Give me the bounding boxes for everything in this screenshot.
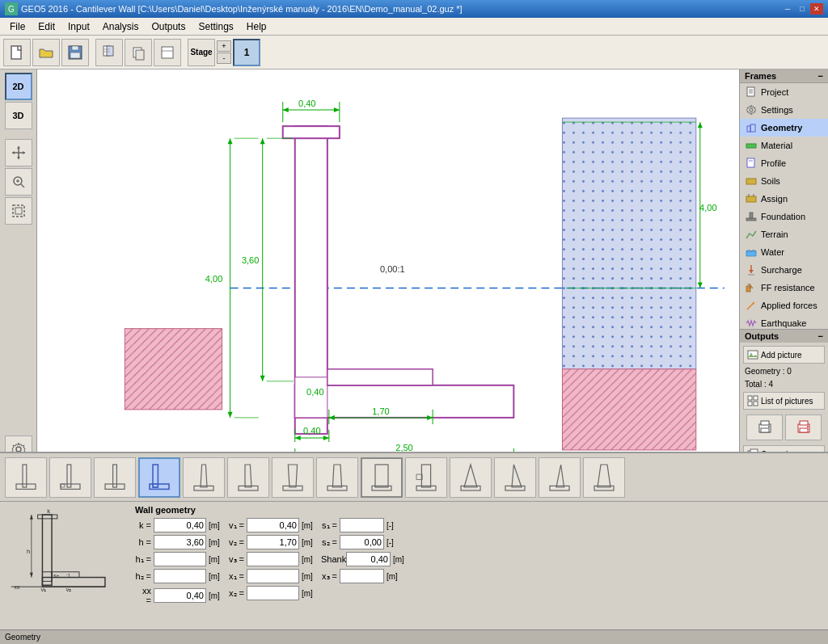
- restore-button[interactable]: □: [796, 3, 809, 15]
- add-picture-button[interactable]: Add picture: [743, 346, 825, 364]
- frame-profile[interactable]: Profile: [740, 154, 828, 172]
- edit-button[interactable]: [95, 39, 123, 66]
- svg-rect-123: [748, 396, 752, 400]
- shape-tab-1[interactable]: [5, 457, 47, 498]
- frame-surcharge[interactable]: Surcharge: [740, 261, 828, 279]
- canvas-area[interactable]: 0,40 3,60 4,00 4,00: [37, 69, 739, 466]
- shape-tab-8[interactable]: [316, 457, 358, 498]
- x1-input[interactable]: [247, 569, 299, 583]
- menu-analysis[interactable]: Analysis: [96, 19, 146, 34]
- svg-text:0,40: 0,40: [303, 426, 320, 436]
- svg-text:0,40: 0,40: [298, 99, 315, 108]
- svg-rect-148: [194, 486, 213, 490]
- list-of-pictures-button[interactable]: List of pictures: [743, 392, 825, 410]
- svg-rect-126: [754, 402, 758, 406]
- save-button[interactable]: [61, 39, 89, 66]
- pan-button[interactable]: [5, 139, 32, 166]
- svg-rect-146: [153, 484, 158, 487]
- shape-tab-11[interactable]: [450, 457, 492, 498]
- app-icon: G: [5, 2, 18, 15]
- zoom-button[interactable]: [5, 168, 32, 196]
- menu-outputs[interactable]: Outputs: [145, 19, 192, 34]
- shape-tab-14[interactable]: [583, 457, 625, 498]
- frame-soils[interactable]: Soils: [740, 172, 828, 190]
- h2-input[interactable]: [154, 569, 206, 583]
- copy-button[interactable]: [125, 39, 152, 66]
- geometry-icon: [745, 121, 758, 134]
- v1-input[interactable]: [247, 518, 299, 532]
- xx-input[interactable]: [154, 588, 206, 603]
- x3-input[interactable]: [340, 569, 384, 583]
- v3-input[interactable]: [247, 552, 299, 566]
- menu-edit[interactable]: Edit: [32, 19, 61, 34]
- s1-input[interactable]: [340, 518, 384, 532]
- menu-file[interactable]: File: [3, 19, 32, 34]
- shape-tab-4[interactable]: [138, 457, 180, 498]
- k-input[interactable]: [154, 518, 206, 532]
- extents-button[interactable]: [5, 197, 32, 225]
- frame-project[interactable]: Project: [740, 83, 828, 101]
- shape-tab-9[interactable]: [361, 457, 403, 498]
- frame-applied-forces[interactable]: Applied forces: [740, 297, 828, 314]
- shape-tab-3[interactable]: [94, 457, 136, 498]
- paste-button[interactable]: [154, 39, 181, 66]
- stage-label-button[interactable]: Stage: [188, 39, 215, 66]
- svg-rect-37: [295, 377, 327, 418]
- stage-number[interactable]: 1: [233, 39, 260, 66]
- shape-tab-2[interactable]: [49, 457, 91, 498]
- v2-input[interactable]: [247, 535, 299, 549]
- menu-settings[interactable]: Settings: [192, 19, 239, 34]
- frame-foundation[interactable]: Foundation: [740, 208, 828, 225]
- shape-tab-5[interactable]: [183, 457, 225, 498]
- shape-tab-13[interactable]: [539, 457, 581, 498]
- open-button[interactable]: [32, 39, 60, 66]
- 3d-view-button[interactable]: 3D: [5, 102, 32, 129]
- shape-tabs: [0, 453, 828, 502]
- stage-up-button[interactable]: +: [217, 40, 231, 52]
- svg-rect-168: [42, 515, 52, 585]
- frame-geometry[interactable]: Geometry: [740, 119, 828, 137]
- surcharge-icon: [745, 263, 758, 276]
- svg-rect-91: [747, 158, 754, 167]
- frame-settings[interactable]: Settings: [740, 101, 828, 119]
- h-input[interactable]: [154, 535, 206, 549]
- shape-tab-12[interactable]: [494, 457, 536, 498]
- svg-marker-162: [512, 465, 522, 487]
- shank-input[interactable]: [346, 552, 391, 566]
- frame-earthquake[interactable]: Earthquake: [740, 314, 828, 329]
- svg-text:0,40: 0,40: [306, 387, 323, 397]
- svg-rect-31: [562, 369, 695, 450]
- svg-rect-124: [754, 396, 758, 400]
- s2-input[interactable]: [340, 535, 384, 549]
- menu-help[interactable]: Help: [240, 19, 273, 34]
- shape-tab-7[interactable]: [272, 457, 314, 498]
- frame-terrain[interactable]: Terrain: [740, 225, 828, 243]
- svg-rect-2: [72, 46, 78, 50]
- geom-col-3: s₁ = [-] s₂ = [-] Shank [m]: [321, 518, 409, 605]
- material-icon: [745, 139, 758, 152]
- frame-material[interactable]: Material: [740, 137, 828, 154]
- x2-input[interactable]: [247, 586, 299, 600]
- svg-rect-89: [750, 124, 755, 132]
- h1-input[interactable]: [154, 552, 206, 566]
- shape-tab-6[interactable]: [227, 457, 269, 498]
- frame-assign[interactable]: Assign: [740, 190, 828, 208]
- export-button[interactable]: [785, 415, 822, 440]
- stage-down-button[interactable]: -: [217, 53, 231, 64]
- svg-rect-32: [125, 329, 222, 410]
- frame-water[interactable]: Water: [740, 243, 828, 261]
- svg-rect-128: [761, 421, 769, 425]
- menu-input[interactable]: Input: [61, 19, 96, 34]
- minimize-button[interactable]: ─: [781, 3, 794, 15]
- left-toolbar: 2D 3D: [0, 69, 37, 466]
- svg-rect-10: [162, 47, 173, 58]
- 2d-view-button[interactable]: 2D: [5, 73, 32, 100]
- svg-rect-157: [421, 465, 430, 487]
- close-button[interactable]: ✕: [810, 3, 823, 15]
- new-button[interactable]: [3, 39, 31, 66]
- svg-rect-98: [750, 213, 753, 218]
- svg-marker-17: [23, 151, 25, 154]
- frame-ff-resistance[interactable]: FF resistance: [740, 279, 828, 297]
- shape-tab-10[interactable]: [405, 457, 447, 498]
- print-button[interactable]: [746, 415, 783, 440]
